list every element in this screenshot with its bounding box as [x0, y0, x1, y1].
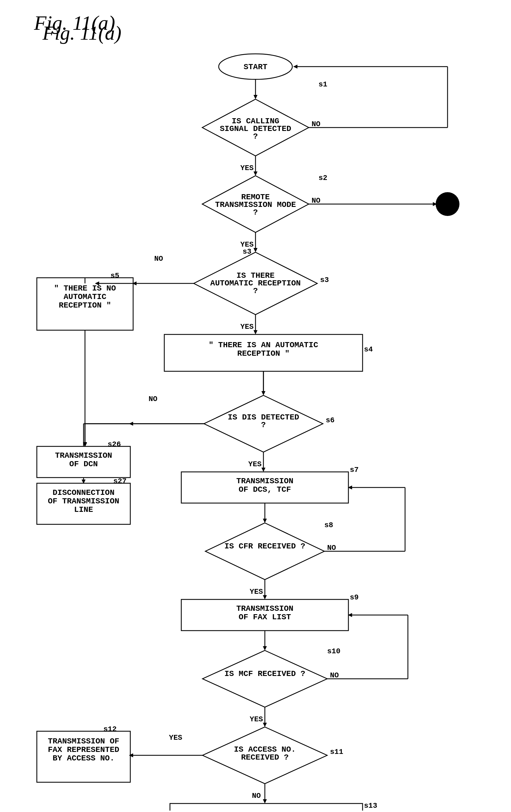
page: Fig. 11(a) text { font-family: 'Courier …: [0, 0, 511, 812]
s4-label-num: s4: [364, 345, 373, 354]
arrowhead-s3-s4: [253, 330, 258, 335]
arrowhead-s11-s13: [263, 799, 267, 804]
s26-label-num: s26: [108, 440, 121, 448]
s26-text2: OF DCN: [69, 460, 98, 468]
s6-yes: YES: [248, 460, 262, 468]
s4-text2: RECEPTION ": [237, 349, 290, 358]
s1-yes: YES: [240, 164, 254, 172]
s3-text3: ?: [253, 287, 258, 295]
s7-label-num: s7: [350, 466, 359, 474]
start-label: START: [244, 63, 267, 71]
s8-yes: YES: [250, 587, 263, 596]
title-text: Fig. 11(a): [42, 22, 122, 44]
s2-text3: ?: [253, 208, 258, 217]
s7-text2: OF DCS, TCF: [239, 485, 291, 494]
s8-label-num: s8: [324, 521, 333, 529]
arrowhead-s11-yes: [129, 753, 133, 757]
s12-text2: FAX REPRESENTED: [48, 745, 119, 754]
s3-label-num: s3: [320, 276, 329, 284]
arrowhead-s2-s3: [253, 248, 258, 252]
arrowhead-s1-no: [293, 65, 297, 68]
s1-text3: ?: [253, 132, 258, 141]
s5-label-num: s5: [111, 271, 119, 280]
s10-yes: YES: [250, 715, 263, 724]
s27-text3: LINE: [74, 505, 93, 514]
s9-label-num: s9: [350, 593, 359, 602]
s1-label-num: s1: [319, 80, 327, 89]
s9-text2: OF FAX LIST: [239, 613, 291, 621]
s4-text1: " THERE IS AN AUTOMATIC: [209, 341, 319, 349]
s3-yes: YES: [240, 322, 254, 331]
s7-text1: TRANSMISSION: [236, 477, 294, 486]
arrowhead-s10-s11: [263, 723, 267, 727]
s8-text1: IS CFR RECEIVED ?: [224, 542, 305, 551]
s13-label-num: s13: [364, 802, 377, 810]
s10-label-num: s10: [327, 647, 340, 656]
s10-text1: IS MCF RECEIVED ?: [224, 669, 305, 678]
s27-text1: DISCONNECTION: [53, 488, 115, 497]
s11-text1: IS ACCESS NO.: [234, 745, 296, 754]
s5-text1: " THERE IS NO: [54, 284, 116, 293]
s6-no-label: NO: [148, 395, 157, 403]
s12-text1: TRANSMISSION OF: [48, 737, 119, 746]
s11-yes-label: YES: [169, 733, 182, 742]
circle1-label: 1: [445, 200, 450, 209]
s11-label-num: s11: [330, 748, 343, 756]
s12-text3: BY ACCESS NO.: [53, 754, 115, 763]
arrowhead-s9-s10: [263, 646, 267, 650]
s10-diamond: [203, 650, 327, 707]
flowchart: text { font-family: 'Courier New', Couri…: [0, 11, 511, 811]
arrowhead-s8-s9: [263, 595, 267, 600]
s3-label-display: s3: [242, 248, 251, 256]
s5-text3: RECEPTION ": [59, 301, 111, 310]
s5-text2: AUTOMATIC: [63, 292, 106, 301]
s6-label-num: s6: [326, 416, 334, 425]
s27-text2: OF TRANSMISSION: [48, 497, 119, 505]
arrowhead-start-s1: [253, 95, 258, 99]
s11-text2: RECEIVED ?: [241, 753, 289, 762]
arrowhead-s6-s7: [262, 468, 265, 472]
s12-label-num: s12: [103, 725, 117, 733]
s6-text2: ?: [261, 420, 266, 429]
arrowhead-s4-s6-pre: [262, 391, 265, 395]
s11-no-label: NO: [252, 791, 261, 800]
s27-label-num: s27: [113, 477, 127, 486]
s13-box: [170, 804, 363, 811]
arrowhead-s7-s8: [263, 519, 267, 523]
s8-diamond: [205, 523, 324, 580]
s9-text1: TRANSMISSION: [236, 604, 294, 613]
s2-label-num: s2: [319, 174, 327, 182]
s26-text1: TRANSMISSION: [55, 451, 112, 460]
arrowhead-s1-s2: [253, 171, 258, 176]
s3-no-label: NO: [154, 255, 163, 263]
